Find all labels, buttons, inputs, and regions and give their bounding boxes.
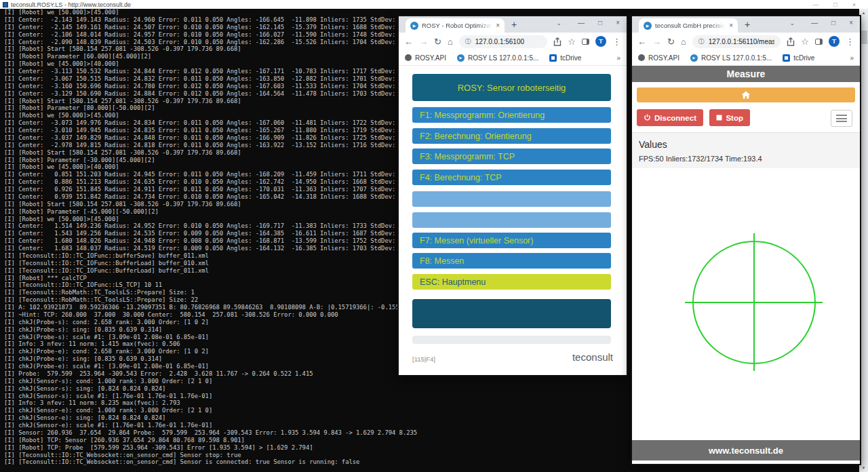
menu-button-f3[interactable]: F3: Messprogramm: TCP: [412, 149, 611, 164]
power-icon: [644, 114, 651, 121]
reload-icon[interactable]: ↻: [434, 37, 441, 46]
measure-home-button[interactable]: [637, 87, 855, 102]
menu-button-f4[interactable]: F4: Berechnung: TCP: [412, 170, 611, 185]
tcdrive-icon: [783, 54, 790, 62]
play-icon: ▶: [690, 54, 698, 62]
measure-toolbar: ← → ↻ ⌂ ⓘ 127.0.0.1:56110/meas... ☆ T ⋮: [632, 33, 860, 50]
measure-tabbar: ▶ teconsult GmbH precision rob × + ⌄ — □…: [632, 16, 860, 33]
console-close-icon[interactable]: ×: [852, 1, 856, 8]
menu-button-f2[interactable]: F2: Berechnung: Orientierung: [412, 128, 611, 144]
menu-button-f7[interactable]: F7: Messen (virtueller Sensor): [412, 233, 611, 248]
globe-icon: [638, 54, 645, 61]
measure-footer-link[interactable]: www.teconsult.de: [632, 440, 860, 460]
values-title: Values: [639, 139, 853, 150]
console-restore-icon[interactable]: □: [833, 1, 837, 8]
tab-search-chevron-icon[interactable]: ⌄: [556, 20, 561, 26]
disconnect-label: Disconnect: [654, 114, 696, 122]
disconnect-button[interactable]: Disconnect: [637, 109, 703, 126]
bookmark-star-icon[interactable]: ☆: [568, 37, 576, 46]
rosy-page-content: ROSY: Sensor roboterseitig F1: Messprogr…: [399, 66, 627, 373]
measure-page-content: Measure Disconnect Stop Values FPS:50 In…: [632, 66, 860, 462]
window-maximize-icon[interactable]: □: [598, 19, 602, 26]
forward-icon[interactable]: →: [652, 37, 661, 46]
forward-icon[interactable]: →: [419, 37, 428, 46]
menu-button-esc[interactable]: ESC: Hauptmenu: [412, 274, 611, 290]
bookmarks-overflow-icon[interactable]: »: [616, 54, 620, 62]
window-close-icon[interactable]: ×: [616, 19, 620, 26]
rosy-tab-close-icon[interactable]: ×: [496, 22, 500, 29]
fitted-circle: [693, 241, 815, 363]
bookmark-label: ROSY LS 127.0.0.1:5...: [468, 54, 538, 62]
side-panel-icon[interactable]: [582, 39, 589, 45]
site-info-icon[interactable]: ⓘ: [465, 37, 471, 46]
home-icon[interactable]: ⌂: [448, 37, 453, 46]
measure-tab[interactable]: ▶ teconsult GmbH precision rob ×: [639, 18, 738, 33]
rosy-brand-text: teconsult: [572, 351, 613, 363]
back-icon[interactable]: ←: [404, 37, 413, 46]
globe-icon: [405, 54, 412, 61]
rosy-tab-title: ROSY - Robot Optimization S: [422, 22, 492, 29]
bookmark-rosy-api[interactable]: ROSY.API: [638, 54, 679, 62]
share-icon[interactable]: [787, 37, 795, 46]
stop-label: Stop: [726, 114, 743, 122]
tcdrive-icon: [549, 54, 557, 62]
measure-controls-row: Disconnect Stop: [637, 109, 855, 126]
back-icon[interactable]: ←: [637, 37, 646, 46]
profile-avatar[interactable]: T: [829, 36, 840, 47]
measure-favicon-play-icon: ▶: [644, 22, 652, 30]
measure-tab-title: teconsult GmbH precision rob: [655, 22, 726, 29]
measure-page-title: Measure: [632, 66, 860, 82]
measure-address-bar[interactable]: ⓘ 127.0.0.1:56110/meas...: [692, 35, 781, 48]
rosy-address-bar[interactable]: ⓘ 127.0.0.1:56100: [459, 35, 548, 48]
measure-browser-window: ▶ teconsult GmbH precision rob × + ⌄ — □…: [631, 15, 861, 465]
rosy-toolbar: ← → ↻ ⌂ ⓘ 127.0.0.1:56100 ☆ T ⋮: [399, 33, 627, 50]
bookmarks-overflow-icon[interactable]: »: [850, 54, 854, 62]
play-icon: ▶: [457, 54, 465, 62]
home-icon[interactable]: ⌂: [681, 37, 686, 46]
window-maximize-icon[interactable]: □: [831, 19, 835, 26]
reload-icon[interactable]: ↻: [667, 37, 675, 46]
profile-avatar[interactable]: T: [595, 36, 606, 47]
measure-bookmarks-bar: ROSY.API ▶ ROSY LS 127.0.0.1:5... tcDriv…: [632, 50, 860, 66]
tab-search-chevron-icon[interactable]: ⌄: [789, 20, 795, 26]
values-panel: Values FPS:50 Inliers:1732/1734 Time:193…: [632, 133, 860, 168]
rosy-tab[interactable]: ▶ ROSY - Robot Optimization S ×: [406, 18, 505, 33]
new-tab-button[interactable]: +: [745, 19, 750, 30]
window-minimize-icon[interactable]: —: [578, 19, 585, 26]
menu-button-f6-empty: [412, 212, 611, 228]
bookmark-rosy-ls[interactable]: ▶ ROSY LS 127.0.0.1:5...: [457, 54, 538, 62]
stop-button[interactable]: Stop: [709, 109, 750, 126]
bookmark-star-icon[interactable]: ☆: [801, 37, 809, 46]
hamburger-menu-button[interactable]: [831, 110, 852, 127]
bookmark-rosy-ls[interactable]: ▶ ROSY LS 127.0.0.1:5...: [690, 54, 772, 62]
menu-button-f8[interactable]: F8: Messen: [412, 253, 611, 269]
console-titlebar: teconsult.ROSY.LS - http://www.teconsult…: [0, 0, 868, 9]
bookmark-label: tcDrive: [560, 54, 581, 62]
console-app-icon: [3, 2, 8, 7]
window-minimize-icon[interactable]: —: [811, 19, 818, 26]
bookmark-tcdrive[interactable]: tcDrive: [549, 54, 581, 62]
bookmark-label: ROSY LS 127.0.0.1:5...: [701, 54, 772, 62]
browser-menu-icon[interactable]: ⋮: [612, 37, 621, 46]
rosy-favicon-play-icon: ▶: [410, 22, 418, 30]
rosy-url: 127.0.0.1:56100: [475, 38, 524, 45]
menu-button-f5-empty: [412, 191, 611, 207]
bookmark-label: tcDrive: [793, 54, 814, 62]
rosy-bookmarks-bar: ROSY.API ▶ ROSY LS 127.0.0.1:5... tcDriv…: [399, 50, 627, 66]
bookmark-rosy-api[interactable]: ROSY.API: [405, 54, 446, 62]
site-info-icon[interactable]: ⓘ: [698, 37, 705, 46]
share-icon[interactable]: [553, 37, 561, 46]
window-close-icon[interactable]: ×: [849, 19, 853, 26]
values-readout: FPS:50 Inliers:1732/1734 Time:193.4: [639, 155, 762, 163]
measure-tab-close-icon[interactable]: ×: [729, 22, 733, 29]
console-minimize-icon[interactable]: —: [812, 1, 818, 8]
bookmark-tcdrive[interactable]: tcDrive: [783, 54, 814, 62]
bookmark-label: ROSY.API: [415, 54, 446, 62]
browser-menu-icon[interactable]: ⋮: [846, 37, 854, 46]
side-panel-icon[interactable]: [815, 39, 823, 45]
new-tab-button[interactable]: +: [511, 19, 517, 30]
rosy-status-text: [115|F4]: [412, 355, 435, 363]
menu-button-f1[interactable]: F1: Messprogramm: Orientierung: [412, 107, 611, 123]
stop-square-icon: [716, 115, 722, 121]
bookmark-label: ROSY.API: [648, 54, 679, 62]
